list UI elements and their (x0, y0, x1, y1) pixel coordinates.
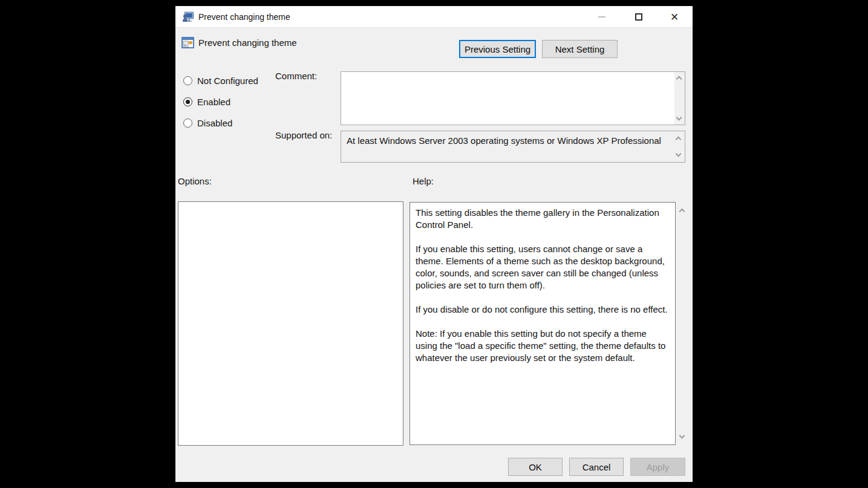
desktop-background: Prevent changing theme ✕ Prevent changin… (0, 0, 868, 488)
chevron-up-icon[interactable] (676, 137, 682, 143)
ok-button[interactable]: OK (508, 458, 563, 476)
help-scrollbar[interactable] (678, 202, 687, 445)
radio-label: Not Configured (197, 76, 258, 86)
policy-monitor-user-icon (182, 11, 194, 23)
comment-input[interactable] (341, 71, 685, 125)
help-text-panel[interactable]: This setting disables the theme gallery … (410, 202, 676, 445)
supported-on-label: Supported on: (275, 130, 332, 140)
window-title: Prevent changing theme (198, 6, 290, 28)
minimize-icon (598, 16, 605, 18)
titlebar[interactable]: Prevent changing theme ✕ (175, 6, 693, 28)
help-paragraph: This setting disables the theme gallery … (416, 207, 670, 231)
radio-circle-icon (183, 119, 192, 128)
options-panel (178, 201, 403, 446)
chevron-down-icon[interactable] (676, 115, 682, 121)
radio-not-configured[interactable]: Not Configured (183, 74, 258, 86)
radio-circle-icon (183, 76, 192, 85)
maximize-button[interactable] (625, 6, 653, 28)
close-icon: ✕ (670, 12, 679, 22)
close-button[interactable]: ✕ (661, 6, 688, 28)
radio-label: Disabled (197, 118, 232, 128)
comment-scrollbar[interactable] (674, 72, 685, 125)
cancel-button[interactable]: Cancel (569, 458, 624, 476)
maximize-icon (635, 13, 642, 21)
supported-on-value: At least Windows Server 2003 operating s… (347, 135, 670, 146)
chevron-up-icon[interactable] (676, 76, 682, 82)
supported-on-field: At least Windows Server 2003 operating s… (341, 131, 685, 163)
policy-setting-icon (181, 36, 194, 49)
radio-circle-icon (183, 97, 192, 106)
help-paragraph: If you enable this setting, users cannot… (416, 243, 670, 291)
minimize-button[interactable] (588, 6, 616, 28)
comment-label: Comment: (275, 71, 317, 81)
chevron-down-icon[interactable] (679, 433, 685, 439)
help-paragraph: If you disable or do not configure this … (416, 304, 670, 316)
help-paragraph: Note: If you enable this setting but do … (416, 328, 670, 364)
radio-enabled[interactable]: Enabled (183, 96, 230, 108)
radio-label: Enabled (197, 97, 230, 107)
help-label: Help: (413, 176, 434, 186)
options-label: Options: (178, 176, 212, 186)
previous-setting-button[interactable]: Previous Setting (459, 40, 536, 58)
chevron-down-icon[interactable] (676, 151, 682, 157)
next-setting-button[interactable]: Next Setting (542, 40, 618, 58)
radio-disabled[interactable]: Disabled (183, 117, 232, 129)
setting-name: Prevent changing theme (198, 37, 297, 48)
chevron-up-icon[interactable] (679, 209, 685, 215)
policy-setting-dialog: Prevent changing theme ✕ Prevent changin… (175, 6, 693, 482)
apply-button: Apply (630, 458, 685, 476)
